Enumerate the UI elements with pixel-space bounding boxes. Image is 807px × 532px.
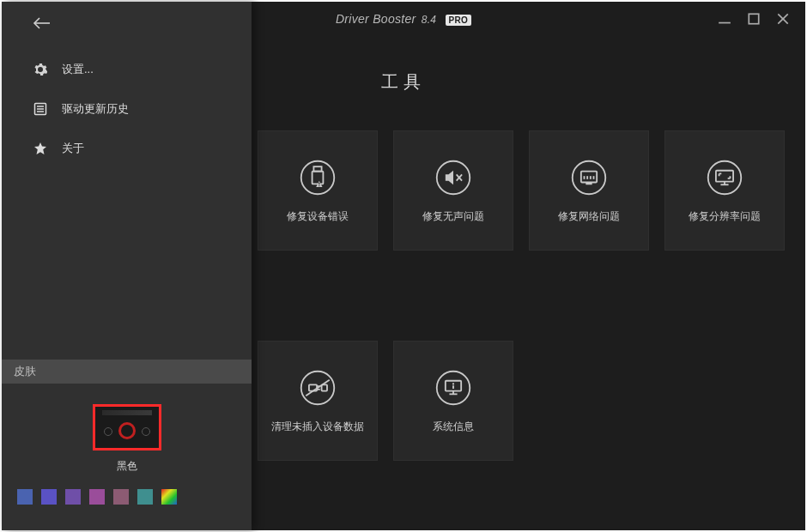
tools-grid-row1: 修复设备错误 修复无声问题 (258, 130, 807, 251)
close-button[interactable] (776, 12, 790, 26)
svg-point-36 (39, 68, 42, 71)
tile-fix-device[interactable]: 修复设备错误 (258, 130, 378, 251)
color-swatch[interactable] (161, 489, 177, 505)
svg-point-33 (452, 383, 454, 384)
svg-rect-6 (312, 171, 324, 184)
svg-rect-13 (581, 171, 597, 182)
color-swatch[interactable] (113, 489, 129, 505)
svg-point-12 (573, 160, 606, 194)
app-title: Driver Booster 8.4 PRO (336, 12, 471, 26)
color-swatch[interactable] (65, 489, 81, 505)
tile-label: 系统信息 (433, 420, 474, 434)
menu-update-history[interactable]: 驱动更新历史 (2, 89, 252, 129)
tile-label: 修复无声问题 (422, 209, 484, 224)
skin-selected-name: 黑色 (2, 459, 252, 474)
skin-section: 皮肤 黑色 (2, 360, 252, 530)
tile-label: 清理未插入设备数据 (271, 420, 364, 434)
tile-label: 修复设备错误 (287, 209, 349, 224)
minimize-button[interactable] (718, 12, 731, 26)
skin-header: 皮肤 (2, 360, 252, 384)
color-swatch[interactable] (137, 489, 153, 505)
svg-rect-1 (749, 14, 758, 23)
star-icon (33, 141, 48, 156)
color-swatch[interactable] (41, 489, 57, 505)
tile-system-info[interactable]: 系统信息 (393, 341, 513, 461)
usb-warning-icon (298, 158, 337, 197)
gear-icon (33, 62, 48, 77)
app-name: Driver Booster (336, 12, 416, 26)
list-icon (33, 101, 48, 117)
back-button[interactable] (2, 2, 252, 41)
maximize-button[interactable] (747, 12, 761, 26)
tile-clean-unplugged[interactable]: 清理未插入设备数据 (258, 341, 378, 461)
ethernet-icon (569, 158, 609, 197)
app-version: 8.4 (422, 14, 437, 26)
svg-rect-14 (586, 182, 592, 184)
menu-label: 设置... (62, 62, 94, 77)
svg-rect-27 (322, 384, 327, 390)
window-controls (718, 2, 805, 36)
color-swatch[interactable] (89, 489, 105, 505)
menu-about[interactable]: 关于 (2, 129, 252, 168)
speaker-mute-icon (434, 158, 473, 197)
tile-label: 修复网络问题 (558, 209, 620, 224)
svg-point-8 (319, 185, 319, 186)
monitor-icon (705, 158, 744, 197)
color-swatches (2, 489, 252, 517)
color-swatch[interactable] (17, 489, 33, 505)
side-menu: 设置... 驱动更新历史 关于 (2, 50, 252, 168)
tile-fix-network[interactable]: 修复网络问题 (529, 130, 649, 251)
tile-label: 修复分辨率问题 (689, 209, 761, 224)
menu-label: 驱动更新历史 (62, 101, 129, 117)
tile-fix-sound[interactable]: 修复无声问题 (393, 130, 513, 251)
menu-label: 关于 (62, 141, 84, 156)
menu-settings[interactable]: 设置... (2, 50, 252, 89)
skin-thumbnail-selected[interactable] (93, 404, 161, 450)
tools-grid-row2: 清理未插入设备数据 系统信息 (258, 341, 513, 461)
pro-badge: PRO (446, 15, 472, 26)
side-panel: 设置... 驱动更新历史 关于 皮肤 (2, 2, 252, 530)
svg-point-19 (708, 160, 742, 194)
system-info-icon (434, 368, 473, 408)
unplugged-icon (298, 368, 337, 408)
tile-fix-resolution[interactable]: 修复分辨率问题 (664, 130, 785, 251)
